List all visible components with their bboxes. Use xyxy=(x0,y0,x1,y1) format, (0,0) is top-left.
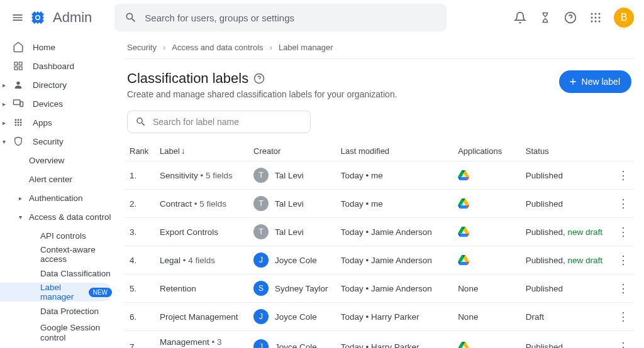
row-menu-icon[interactable]: ⋮ xyxy=(618,254,629,266)
svg-point-1 xyxy=(36,16,40,19)
sidebar-item-access-data-control[interactable]: ▾Access & data control xyxy=(0,207,117,226)
sidebar-item-context-aware[interactable]: Context-aware access xyxy=(0,245,117,264)
global-search[interactable] xyxy=(114,4,447,31)
app-title: Admin xyxy=(53,9,92,26)
column-header-modified[interactable]: Last modified xyxy=(336,141,453,161)
cell-label: Sensitivity • 5 fields xyxy=(155,161,248,190)
row-menu-icon[interactable]: ⋮ xyxy=(618,310,629,323)
svg-point-10 xyxy=(595,21,597,23)
menu-icon[interactable] xyxy=(10,10,25,25)
breadcrumb-item: Label manager xyxy=(279,43,333,52)
cell-rank: 1. xyxy=(125,161,155,190)
creator-avatar: T xyxy=(253,196,269,211)
nav-label: Access & data control xyxy=(29,212,111,222)
nav-label: Google Session control xyxy=(40,323,103,343)
sidebar-item-authentication[interactable]: ▸Authentication xyxy=(0,188,117,207)
sidebar-item-apps[interactable]: ▸Apps xyxy=(0,113,117,132)
button-label: New label xyxy=(582,77,620,87)
table-row[interactable]: 1.Sensitivity • 5 fieldsTTal LeviToday •… xyxy=(125,161,634,190)
cell-label: Project Management xyxy=(155,303,248,331)
sidebar-item-data-protection[interactable]: Data Protection xyxy=(0,302,117,320)
sidebar-item-home[interactable]: Home xyxy=(0,38,117,57)
nav-label: Authentication xyxy=(29,193,83,203)
sidebar-item-overview[interactable]: Overview xyxy=(0,151,117,170)
drive-icon xyxy=(458,255,469,265)
column-header-rank[interactable]: Rank xyxy=(125,141,155,161)
nav-label: Data Classification xyxy=(40,269,111,278)
nav-label: Overview xyxy=(29,156,64,165)
row-menu-icon[interactable]: ⋮ xyxy=(618,282,629,295)
table-row[interactable]: 6.Project ManagementJJoyce ColeToday • H… xyxy=(125,303,634,331)
column-header-apps[interactable]: Applications xyxy=(453,141,521,161)
svg-point-23 xyxy=(18,122,19,124)
global-search-input[interactable] xyxy=(145,13,436,23)
help-icon[interactable] xyxy=(253,73,265,84)
row-menu-icon[interactable]: ⋮ xyxy=(618,226,629,238)
svg-rect-12 xyxy=(14,62,18,65)
sidebar-item-label-manager[interactable]: Label managerNEW xyxy=(0,283,112,302)
table-row[interactable]: 7.Management • 3 fieldsJJoyce ColeToday … xyxy=(125,331,634,349)
sidebar-item-security[interactable]: ▾Security xyxy=(0,132,117,151)
cell-apps xyxy=(453,190,521,218)
sidebar-item-dashboard[interactable]: Dashboard xyxy=(0,57,117,75)
cell-status: Draft xyxy=(521,303,612,331)
sidebar-item-alert-center[interactable]: Alert center xyxy=(0,170,117,188)
column-header-status[interactable]: Status xyxy=(521,141,612,161)
column-header-label[interactable]: Label↓ xyxy=(155,141,248,161)
row-menu-icon[interactable]: ⋮ xyxy=(618,197,629,210)
cell-apps: None xyxy=(453,275,521,303)
creator-avatar: J xyxy=(253,339,269,348)
help-icon[interactable] xyxy=(564,11,577,24)
status-new-draft: new draft xyxy=(568,256,603,265)
apps-none: None xyxy=(458,312,478,322)
table-row[interactable]: 3.Export ControlsTTal LeviToday • Jamie … xyxy=(125,218,634,246)
notifications-icon[interactable] xyxy=(513,11,527,24)
svg-point-21 xyxy=(20,119,22,121)
svg-point-16 xyxy=(16,82,19,85)
column-header-creator[interactable]: Creator xyxy=(248,141,336,161)
row-menu-icon[interactable]: ⋮ xyxy=(618,340,629,348)
status-new-draft: new draft xyxy=(568,227,603,237)
drive-icon xyxy=(458,170,469,180)
svg-point-25 xyxy=(14,124,16,126)
svg-point-6 xyxy=(591,17,593,19)
account-avatar[interactable]: B xyxy=(614,8,634,28)
breadcrumb-item[interactable]: Security xyxy=(127,43,157,52)
sidebar-item-api-controls[interactable]: API controls xyxy=(0,226,117,245)
svg-point-20 xyxy=(18,119,19,121)
new-label-button[interactable]: New label xyxy=(559,70,631,93)
admin-logo-icon xyxy=(30,10,45,25)
cell-rank: 2. xyxy=(125,190,155,218)
sidebar-item-data-classification[interactable]: Data Classification xyxy=(0,264,117,283)
shield-icon xyxy=(13,136,24,146)
breadcrumb: Security › Access and data controls › La… xyxy=(125,35,634,59)
table-row[interactable]: 5.RetentionSSydney TaylorToday • Jamie A… xyxy=(125,275,634,303)
sidebar-item-less-secure[interactable]: Less secure apps xyxy=(0,345,117,348)
breadcrumb-item[interactable]: Access and data controls xyxy=(172,43,263,52)
label-search-input[interactable] xyxy=(153,117,303,127)
svg-rect-13 xyxy=(19,62,22,65)
new-badge: NEW xyxy=(89,288,112,297)
hourglass-icon[interactable] xyxy=(538,11,552,24)
sidebar-item-directory[interactable]: ▸Directory xyxy=(0,75,117,94)
sidebar-item-session-control[interactable]: Google Session control xyxy=(0,320,117,345)
cell-modified: Today • Jamie Anderson xyxy=(336,218,453,246)
chevron-right-icon: ▸ xyxy=(3,82,9,89)
cell-status: Published, new draft xyxy=(521,246,612,275)
apps-grid-icon[interactable] xyxy=(589,11,602,24)
page-title: Classification labels xyxy=(127,70,397,87)
plus-icon xyxy=(568,77,578,87)
sidebar-item-devices[interactable]: ▸Devices xyxy=(0,94,117,113)
chevron-right-icon: › xyxy=(270,43,272,52)
label-search[interactable] xyxy=(127,111,311,133)
cell-apps xyxy=(453,161,521,190)
table-row[interactable]: 4.Legal • 4 fieldsJJoyce ColeToday • Jam… xyxy=(125,246,634,275)
cell-rank: 6. xyxy=(125,303,155,331)
page-title-text: Classification labels xyxy=(127,70,248,87)
table-row[interactable]: 2.Contract • 5 fieldsTTal LeviToday • me… xyxy=(125,190,634,218)
cell-rank: 7. xyxy=(125,331,155,349)
row-menu-icon[interactable]: ⋮ xyxy=(618,169,629,182)
labels-table: Rank Label↓ Creator Last modified Applic… xyxy=(125,141,634,348)
nav-label: Data Protection xyxy=(40,307,99,316)
svg-point-5 xyxy=(599,13,601,15)
